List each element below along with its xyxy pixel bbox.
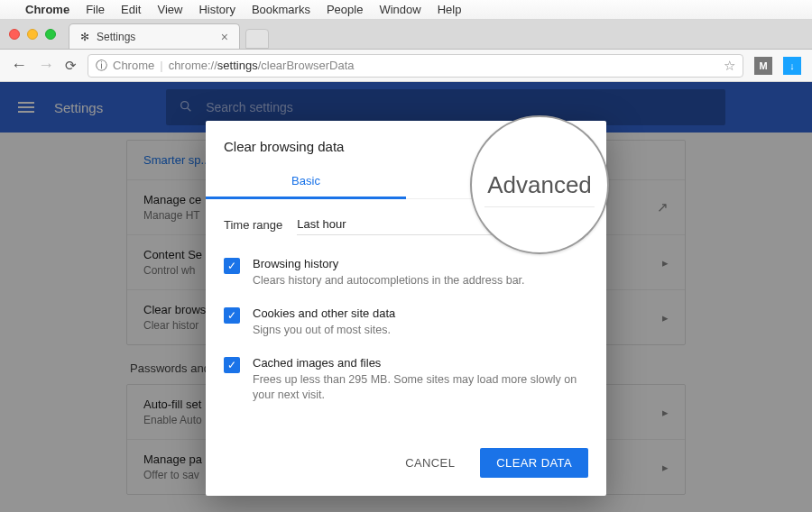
extension-m-icon[interactable]: M (754, 57, 772, 75)
time-range-value: Last hour (297, 217, 346, 231)
url-pre: chrome:// (169, 59, 217, 72)
window-close-button[interactable] (9, 29, 20, 40)
window-zoom-button[interactable] (45, 29, 56, 40)
new-tab-button[interactable] (245, 29, 269, 49)
checkbox-checked-icon[interactable]: ✓ (224, 307, 240, 324)
tab-title: Settings (97, 31, 135, 43)
menubar-item-history[interactable]: History (198, 3, 235, 16)
back-button[interactable]: ← (11, 56, 27, 75)
menubar-app[interactable]: Chrome (25, 3, 69, 16)
info-icon: ⓘ (96, 58, 107, 74)
window-minimize-button[interactable] (27, 29, 38, 40)
menubar-item-bookmarks[interactable]: Bookmarks (252, 3, 310, 16)
window-controls (9, 29, 56, 40)
option-cache[interactable]: ✓ Cached images and filesFrees up less t… (224, 347, 588, 412)
bookmark-star-icon[interactable]: ☆ (724, 58, 735, 74)
extension-download-icon[interactable]: ↓ (783, 57, 801, 75)
time-range-label: Time range (224, 218, 282, 232)
url-post: /clearBrowserData (258, 59, 355, 72)
menubar-item-help[interactable]: Help (438, 3, 462, 16)
address-bar[interactable]: ⓘ Chrome | chrome://settings/clearBrowse… (88, 54, 743, 78)
option-browsing-history[interactable]: ✓ Browsing historyClears history and aut… (224, 248, 588, 297)
menubar-item-view[interactable]: View (157, 3, 182, 16)
url-separator: | (160, 59, 162, 72)
url-bold: settings (217, 59, 258, 72)
browser-tabstrip: ✻ Settings × (0, 20, 812, 50)
menubar-item-file[interactable]: File (86, 3, 105, 16)
option-cookies[interactable]: ✓ Cookies and other site dataSigns you o… (224, 297, 588, 347)
dialog-title: Clear browsing data (224, 139, 344, 154)
tab-settings[interactable]: ✻ Settings × (69, 23, 240, 49)
menubar-item-people[interactable]: People (327, 3, 363, 16)
browser-toolbar: ← → ⟳ ⓘ Chrome | chrome://settings/clear… (0, 50, 812, 82)
forward-button[interactable]: → (38, 56, 54, 75)
menubar-item-edit[interactable]: Edit (121, 3, 141, 16)
callout-magnifier: Advanced (470, 115, 609, 254)
callout-text: Advanced (487, 171, 592, 199)
cancel-button[interactable]: CANCEL (389, 448, 471, 478)
gear-icon: ✻ (80, 31, 89, 43)
checkbox-checked-icon[interactable]: ✓ (224, 258, 240, 274)
tab-close-icon[interactable]: × (221, 30, 228, 44)
mac-menu-bar: Chrome File Edit View History Bookmarks … (0, 0, 812, 20)
url-scheme-label: Chrome (113, 59, 154, 72)
tab-basic[interactable]: Basic (206, 165, 406, 198)
clear-data-button[interactable]: CLEAR DATA (480, 448, 588, 478)
menubar-item-window[interactable]: Window (379, 3, 420, 16)
checkbox-checked-icon[interactable]: ✓ (224, 357, 240, 373)
reload-button[interactable]: ⟳ (65, 58, 77, 74)
